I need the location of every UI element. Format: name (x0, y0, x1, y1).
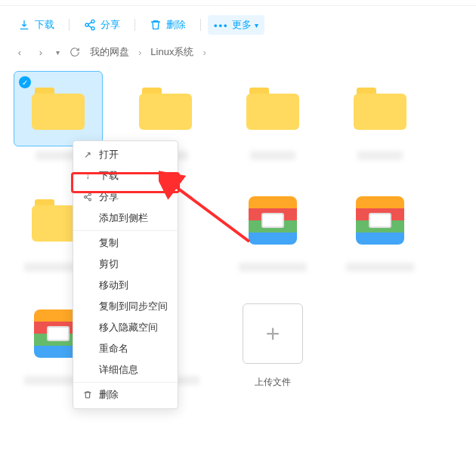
crumb-folder[interactable]: Linux系统 (150, 45, 193, 59)
share-icon (82, 192, 93, 202)
context-menu: ↗ 打开 ↓ 下载 分享 添加到侧栏 复制 剪切 移动到 复制到同步空间 移入隐… (73, 140, 178, 409)
folder-icon (246, 88, 299, 130)
nav-forward-button[interactable]: › (35, 46, 47, 58)
menu-separator (73, 230, 178, 231)
menu-download-label: 下载 (99, 169, 119, 183)
menu-copy-sync[interactable]: 复制到同步空间 (73, 296, 178, 317)
item-label (239, 263, 307, 272)
share-icon (84, 19, 96, 31)
menu-rename-label: 重命名 (99, 342, 128, 356)
menu-delete[interactable]: 删除 (73, 384, 178, 405)
more-label: 更多 (232, 18, 252, 32)
folder-item[interactable] (335, 71, 425, 160)
menu-add-sidebar[interactable]: 添加到侧栏 (73, 208, 178, 229)
svg-point-5 (89, 199, 91, 201)
share-label: 分享 (100, 18, 120, 32)
history-dropdown[interactable]: ▾ (56, 48, 60, 57)
menu-copy-label: 复制 (99, 236, 119, 250)
menu-copy[interactable]: 复制 (73, 232, 178, 254)
blank-icon (82, 301, 93, 312)
breadcrumb: ‹ › ▾ 我的网盘 › Linux系统 › (0, 39, 476, 65)
menu-share-label: 分享 (99, 190, 119, 204)
trash-icon (150, 19, 162, 31)
svg-point-2 (91, 27, 94, 30)
menu-share[interactable]: 分享 (73, 186, 178, 208)
dots-icon: ••• (214, 20, 229, 31)
blank-icon (82, 259, 93, 269)
menu-open[interactable]: ↗ 打开 (73, 144, 178, 165)
menu-add-sidebar-label: 添加到侧栏 (99, 211, 148, 225)
menu-rename[interactable]: 重命名 (73, 338, 178, 359)
nav-back-button[interactable]: ‹ (14, 46, 26, 58)
download-label: 下载 (35, 18, 54, 32)
blank-icon (82, 238, 93, 248)
chevron-down-icon: ▾ (255, 21, 258, 29)
blank-icon (82, 365, 93, 375)
blank-icon (82, 280, 93, 291)
blank-icon (82, 213, 93, 223)
menu-separator (73, 382, 178, 383)
folder-icon (139, 88, 192, 130)
delete-button[interactable]: 删除 (142, 15, 193, 35)
folder-icon (354, 88, 406, 130)
file-grid: ✓ -6... + 上传文件 (0, 65, 476, 395)
menu-move-to-label: 移动到 (99, 279, 128, 292)
menu-move-hidden-label: 移入隐藏空间 (99, 321, 158, 334)
menu-cut[interactable]: 剪切 (73, 254, 178, 275)
upload-item[interactable]: + 上传文件 (228, 296, 317, 389)
svg-point-3 (89, 193, 91, 196)
trash-icon (82, 389, 93, 400)
item-label (346, 263, 414, 272)
menu-details[interactable]: 详细信息 (73, 359, 178, 380)
item-label (357, 151, 403, 160)
zip-file-item[interactable] (335, 183, 425, 273)
menu-move-to[interactable]: 移动到 (73, 275, 178, 296)
menu-delete-label: 删除 (99, 388, 119, 402)
upload-plus-icon[interactable]: + (243, 303, 303, 364)
menu-move-hidden[interactable]: 移入隐藏空间 (73, 317, 178, 338)
divider (69, 19, 70, 31)
delete-label: 删除 (166, 18, 186, 32)
blank-icon (82, 343, 93, 354)
divider (200, 19, 201, 31)
folder-item[interactable] (228, 71, 317, 160)
menu-cut-label: 剪切 (99, 257, 119, 271)
upload-label: 上传文件 (255, 376, 291, 389)
more-button[interactable]: ••• 更多 ▾ (208, 15, 264, 35)
menu-details-label: 详细信息 (99, 363, 138, 377)
folder-icon (32, 88, 85, 130)
svg-point-4 (85, 196, 87, 199)
download-icon: ↓ (82, 171, 93, 181)
toolbar: 下载 分享 删除 ••• 更多 ▾ (0, 11, 476, 39)
crumb-root[interactable]: 我的网盘 (90, 45, 129, 59)
crumb-separator: › (138, 47, 141, 58)
download-button[interactable]: 下载 (11, 15, 62, 35)
svg-point-1 (85, 23, 88, 26)
blank-icon (82, 322, 93, 333)
menu-copy-sync-label: 复制到同步空间 (99, 300, 168, 313)
menu-open-label: 打开 (99, 148, 119, 162)
crumb-separator: › (202, 47, 206, 58)
open-icon: ↗ (82, 149, 93, 160)
refresh-icon (70, 47, 80, 57)
download-icon (18, 19, 30, 31)
zip-file-item[interactable] (228, 183, 317, 273)
svg-point-0 (91, 20, 94, 23)
item-label (250, 151, 295, 160)
divider (134, 19, 135, 31)
menu-download[interactable]: ↓ 下载 (73, 165, 178, 186)
selection-check-icon: ✓ (19, 76, 31, 88)
share-button[interactable]: 分享 (76, 15, 128, 35)
zip-icon (249, 196, 297, 245)
zip-icon (356, 196, 404, 245)
refresh-button[interactable] (69, 46, 81, 58)
